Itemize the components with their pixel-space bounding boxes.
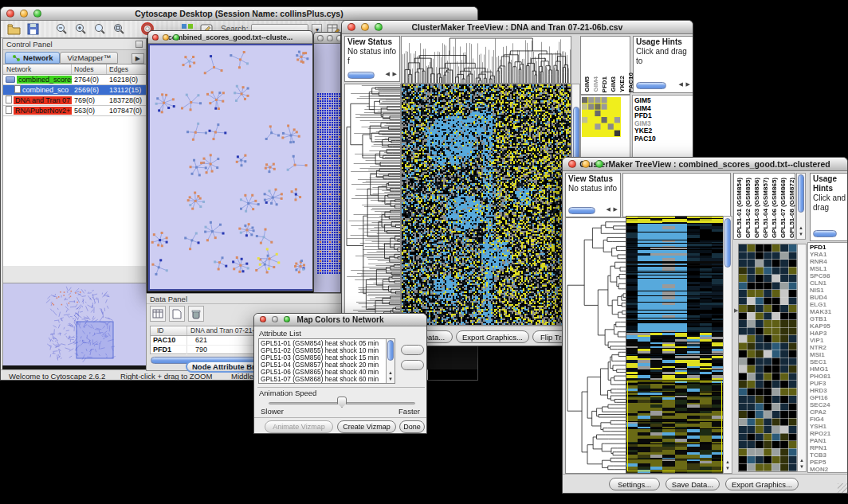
gene-label[interactable]: HRD3 <box>810 387 848 394</box>
move-down-button[interactable] <box>401 360 424 370</box>
gene-label[interactable]: MAK31 <box>810 308 848 315</box>
minimize-button[interactable] <box>361 23 369 31</box>
tab-vizmapper[interactable]: VizMapper™ <box>60 52 118 64</box>
scroll-left-icon[interactable]: ◀ <box>607 205 610 214</box>
gene-label[interactable]: CPA2 <box>810 408 848 416</box>
gene-label[interactable]: MSL1 <box>810 265 848 272</box>
tv2-column-label[interactable]: GPL51-04 (GSM857) <box>762 178 770 238</box>
gene-label[interactable]: TCB3 <box>810 451 848 459</box>
gene-label[interactable]: HAP3 <box>810 330 848 337</box>
background-network-canvas[interactable] <box>314 44 341 293</box>
scroll-down-icon[interactable]: ▼ <box>725 466 730 471</box>
scroll-left-icon[interactable]: ◀ <box>386 69 390 79</box>
tv1-column-label[interactable]: GIM4 <box>592 76 600 92</box>
tv2-column-label[interactable]: GPL51-01 (GSM854) <box>736 178 744 238</box>
gene-label[interactable]: CLN1 <box>810 279 848 287</box>
gene-label[interactable]: VIP1 <box>810 337 848 344</box>
animate-vizmap-button[interactable]: Animate Vizmap <box>265 420 333 433</box>
tv2-heatmap-canvas[interactable] <box>626 216 724 474</box>
tv1-column-label[interactable]: GIM5 <box>583 76 591 92</box>
network-list-row[interactable]: combined_scores2764(0)16218(0) <box>3 75 146 85</box>
tv2-column-label[interactable]: GPL51-02 (GSM855) <box>744 178 752 238</box>
network-canvas[interactable] <box>150 45 312 289</box>
zoom-button[interactable] <box>284 316 290 322</box>
zoom-out-icon[interactable] <box>53 21 69 37</box>
network-list-row[interactable]: DNA and Tran 07769(0)183728(0) <box>3 96 146 106</box>
gene-label[interactable]: YSH1 <box>810 423 848 430</box>
gene-label[interactable]: MSI1 <box>810 351 848 358</box>
gene-label[interactable]: PEP5 <box>810 459 848 466</box>
attribute-list[interactable]: GPL51-01 (GSM854) heat shock 05 minGPL51… <box>258 338 395 384</box>
tv1-column-label[interactable]: YKE2 <box>618 76 626 92</box>
attribute-list-item[interactable]: GPL51-07 (GSM868) heat shock 60 min <box>261 376 395 383</box>
tv2-column-label[interactable]: GPL51-06 (GSM865) <box>771 178 779 238</box>
tv1-usage-scrollbar[interactable] <box>636 82 666 89</box>
tv1-top-dendrogram[interactable] <box>401 36 571 84</box>
delete-attribute-icon[interactable] <box>188 306 204 322</box>
gene-label[interactable]: ELG1 <box>810 301 848 308</box>
minimize-button[interactable] <box>20 10 28 18</box>
float-panel-icon[interactable] <box>135 41 143 48</box>
zoom-button[interactable] <box>173 34 179 41</box>
tv1-heatmap-canvas[interactable] <box>401 84 571 326</box>
gene-label[interactable]: SEC24 <box>810 401 848 408</box>
attribute-list-scrollbar[interactable] <box>387 340 394 361</box>
gene-label[interactable]: NTR2 <box>810 344 848 351</box>
tv1-global-heatmap[interactable] <box>582 97 621 137</box>
gene-label[interactable]: YRA1 <box>810 251 848 258</box>
scroll-up-icon[interactable]: ▲ <box>388 370 393 376</box>
save-data-button[interactable]: Save Data... <box>665 478 720 490</box>
export-graphics-button[interactable]: Export Graphics... <box>725 478 799 490</box>
create-vizmap-button[interactable]: Create Vizmap <box>337 420 396 433</box>
save-icon[interactable] <box>25 21 41 37</box>
close-button[interactable] <box>6 10 14 18</box>
gene-label[interactable]: GTB1 <box>810 315 848 322</box>
gene-label[interactable]: BUD4 <box>810 294 848 301</box>
scroll-right-icon[interactable]: ▶ <box>614 205 618 214</box>
scroll-right-icon[interactable]: ▶ <box>686 80 690 89</box>
gene-label[interactable]: KAP95 <box>810 322 848 330</box>
minimize-button[interactable] <box>582 160 590 168</box>
gene-label[interactable]: RPO21 <box>810 430 848 437</box>
gene-label[interactable]: RPN1 <box>810 444 848 451</box>
gene-label[interactable]: SPC98 <box>810 272 848 279</box>
tv2-column-label[interactable]: GPL51-07 (GSM868) <box>779 178 787 238</box>
network-overview-panel[interactable] <box>3 283 146 365</box>
scroll-left-icon[interactable]: ◀ <box>679 80 683 89</box>
close-button[interactable] <box>152 34 159 41</box>
export-graphics-button[interactable]: Export Graphics... <box>456 330 529 343</box>
gene-label[interactable]: PHO81 <box>810 373 848 380</box>
tv1-left-dendrogram[interactable] <box>344 84 401 326</box>
close-button[interactable] <box>568 160 576 168</box>
gene-label[interactable]: PUF3 <box>810 380 848 387</box>
tv1-row-label[interactable]: PAC10 <box>634 135 693 143</box>
zoom-selected-icon[interactable] <box>111 21 127 37</box>
gene-label[interactable]: PFD1 <box>810 244 848 251</box>
gene-label[interactable]: HMG1 <box>810 365 848 373</box>
scroll-down-icon[interactable]: ▼ <box>799 232 803 237</box>
gene-label[interactable]: RNR4 <box>810 258 848 265</box>
scroll-up-icon[interactable]: ▲ <box>725 459 730 465</box>
gene-label[interactable]: PAN1 <box>810 437 848 444</box>
minimize-button[interactable] <box>163 34 169 41</box>
scroll-down-icon[interactable]: ▼ <box>388 377 393 382</box>
open-file-icon[interactable] <box>6 21 22 37</box>
zoom-button[interactable] <box>375 23 383 31</box>
gene-label[interactable]: MON2 <box>810 466 848 473</box>
network-list-row[interactable]: combined_sco2569(6)13112(15) <box>3 85 146 96</box>
zoom-button[interactable] <box>33 10 41 18</box>
move-up-button[interactable] <box>401 345 424 355</box>
network-overview-canvas[interactable] <box>3 283 146 365</box>
close-button[interactable] <box>317 35 324 41</box>
scroll-down-icon[interactable]: ▼ <box>799 464 804 470</box>
gene-label[interactable]: FIG4 <box>810 416 848 423</box>
tv2-heatmap-vscrollbar[interactable]: ▲ ▼ <box>723 216 732 474</box>
tv1-column-label[interactable]: PFD1 <box>601 76 609 92</box>
tv2-column-label[interactable]: GPL51-03 (GSM856) <box>753 178 761 238</box>
scroll-right-icon[interactable]: ▶ <box>393 69 397 79</box>
gene-label[interactable]: NIS1 <box>810 287 848 294</box>
minimize-button[interactable] <box>327 35 333 41</box>
tv2-status-scrollbar[interactable] <box>568 207 595 214</box>
gene-label[interactable]: GPI16 <box>810 394 848 401</box>
new-attribute-icon[interactable] <box>169 306 185 322</box>
